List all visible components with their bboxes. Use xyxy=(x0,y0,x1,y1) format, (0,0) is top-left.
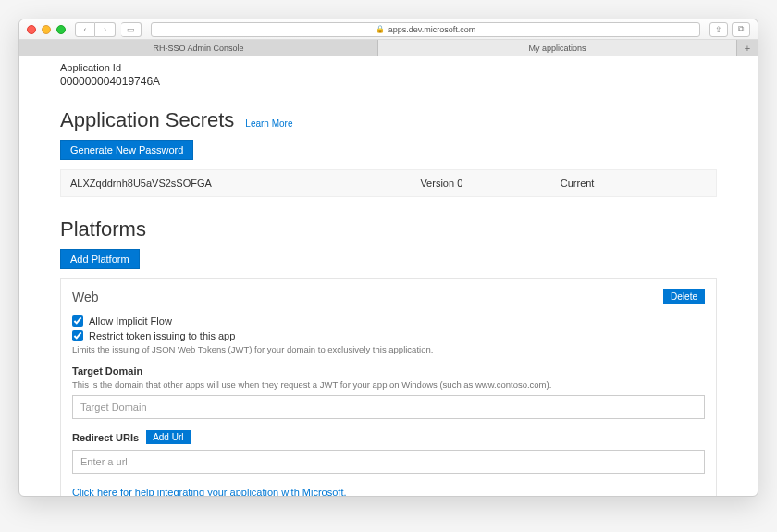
restrict-token-hint: Limits the issuing of JSON Web Tokens (J… xyxy=(72,344,705,354)
allow-implicit-label: Allow Implicit Flow xyxy=(89,315,172,327)
allow-implicit-row[interactable]: Allow Implicit Flow xyxy=(72,315,705,327)
learn-more-link[interactable]: Learn More xyxy=(245,118,292,129)
tabs-icon[interactable]: ⧉ xyxy=(732,22,750,37)
secret-status: Current xyxy=(561,178,707,189)
page-content: Application Id 000000004019746A Applicat… xyxy=(19,62,758,496)
platforms-heading: Platforms xyxy=(60,217,717,241)
browser-titlebar: ‹ › ▭ 🔒 apps.dev.microsoft.com ⇪ ⧉ xyxy=(19,19,758,40)
minimize-window-icon[interactable] xyxy=(42,25,51,34)
lock-icon: 🔒 xyxy=(376,25,385,33)
target-domain-label: Target Domain xyxy=(72,365,705,377)
redirect-uris-label: Redirect URIs xyxy=(72,432,139,443)
platform-title: Web xyxy=(72,290,99,304)
address-bar[interactable]: 🔒 apps.dev.microsoft.com xyxy=(151,22,700,37)
toolbar-right: ⇪ ⧉ xyxy=(709,22,750,37)
address-text: apps.dev.microsoft.com xyxy=(388,25,475,34)
allow-implicit-checkbox[interactable] xyxy=(72,315,83,327)
secrets-heading: Application Secrets Learn More xyxy=(60,108,717,132)
maximize-window-icon[interactable] xyxy=(56,25,66,34)
browser-window: ‹ › ▭ 🔒 apps.dev.microsoft.com ⇪ ⧉ RH-SS… xyxy=(18,19,758,497)
secret-version: Version 0 xyxy=(420,178,560,189)
integration-help-link[interactable]: Click here for help integrating your app… xyxy=(72,487,705,496)
tab-my-applications[interactable]: My applications xyxy=(378,40,737,56)
platform-card-web: Web Delete Allow Implicit Flow Restrict … xyxy=(60,278,717,496)
application-id-value: 000000004019746A xyxy=(60,75,717,88)
restrict-token-row[interactable]: Restrict token issuing to this app xyxy=(72,330,705,341)
forward-button[interactable]: › xyxy=(95,22,116,37)
tab-rhsso[interactable]: RH-SSO Admin Console xyxy=(19,40,378,56)
back-button[interactable]: ‹ xyxy=(75,22,95,37)
application-id-label: Application Id xyxy=(60,62,717,73)
page-viewport[interactable]: Application Id 000000004019746A Applicat… xyxy=(19,56,758,496)
add-platform-button[interactable]: Add Platform xyxy=(60,249,140,269)
target-domain-input[interactable] xyxy=(72,395,705,419)
target-domain-hint: This is the domain that other apps will … xyxy=(72,379,705,390)
restrict-token-label: Restrict token issuing to this app xyxy=(89,330,235,341)
restrict-token-checkbox[interactable] xyxy=(72,330,83,341)
add-url-button[interactable]: Add Url xyxy=(146,430,190,444)
redirect-uri-input[interactable] xyxy=(72,450,705,474)
generate-password-button[interactable]: Generate New Password xyxy=(60,140,193,160)
delete-platform-button[interactable]: Delete xyxy=(663,289,705,304)
window-controls xyxy=(27,25,66,34)
secret-row: ALXZqddrnh8U5aVS2sSOFGA Version 0 Curren… xyxy=(60,169,717,197)
close-window-icon[interactable] xyxy=(27,25,36,34)
sidebar-toggle-icon[interactable]: ▭ xyxy=(121,22,142,37)
browser-tabbar: RH-SSO Admin Console My applications + xyxy=(19,40,758,56)
secret-value: ALXZqddrnh8U5aVS2sSOFGA xyxy=(70,178,420,189)
new-tab-button[interactable]: + xyxy=(737,40,758,56)
share-icon[interactable]: ⇪ xyxy=(709,22,728,37)
nav-back-forward: ‹ › xyxy=(75,22,116,37)
